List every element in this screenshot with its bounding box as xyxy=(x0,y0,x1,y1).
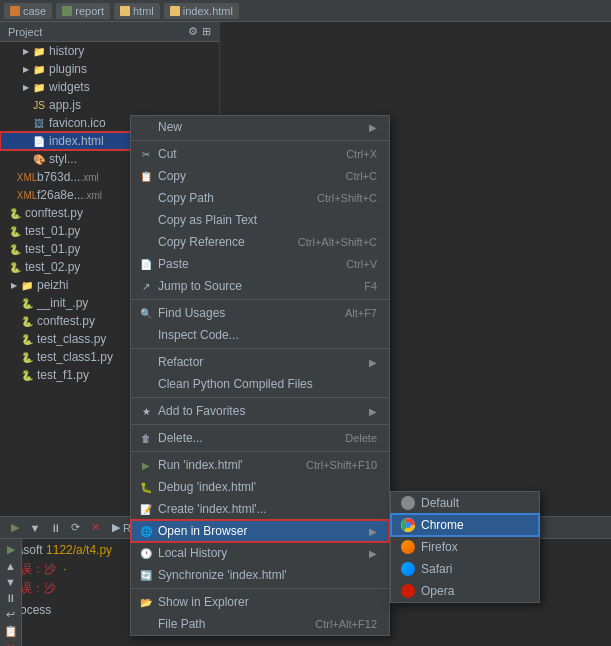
py-icon: 🐍 xyxy=(8,206,22,220)
folder-icon: 📁 xyxy=(32,44,46,58)
menu-label: Open in Browser xyxy=(158,524,247,538)
debug-icon: 🐛 xyxy=(139,480,153,494)
submenu-item-safari[interactable]: Safari xyxy=(391,558,539,580)
tree-label: test_02.py xyxy=(25,260,80,274)
side-stop-btn[interactable]: ✕ xyxy=(2,642,20,646)
py-icon: 🐍 xyxy=(8,260,22,274)
sidebar-item-plugins[interactable]: ▶ 📁 plugins xyxy=(0,60,219,78)
py-icon: 🐍 xyxy=(20,314,34,328)
tree-label: test_01.py xyxy=(25,224,80,238)
tab-case-label: case xyxy=(23,5,46,17)
menu-label: Copy xyxy=(158,169,186,183)
run-btn[interactable]: ▶ xyxy=(6,519,24,537)
settings-icon[interactable]: ⚙ xyxy=(188,25,198,38)
tree-label: app.js xyxy=(49,98,81,112)
sidebar-item-appjs[interactable]: JS app.js xyxy=(0,96,219,114)
py-icon: 🐍 xyxy=(8,224,22,238)
submenu-arrow: ▶ xyxy=(369,122,377,133)
menu-item-run[interactable]: ▶ Run 'index.html' Ctrl+Shift+F10 xyxy=(131,454,389,476)
expand-icon[interactable]: ⊞ xyxy=(202,25,211,38)
menu-label: Refactor xyxy=(158,355,203,369)
run-icon: ▶ xyxy=(112,521,120,534)
menu-item-showexplorer[interactable]: 📂 Show in Explorer xyxy=(131,591,389,613)
menu-item-create[interactable]: 📝 Create 'index.html'... xyxy=(131,498,389,520)
xml-label: .xml xyxy=(80,172,98,183)
reload-btn[interactable]: ⟳ xyxy=(66,519,84,537)
menu-item-debug[interactable]: 🐛 Debug 'index.html' xyxy=(131,476,389,498)
menu-label: Inspect Code... xyxy=(158,328,239,342)
menu-item-cut[interactable]: ✂ Cut Ctrl+X xyxy=(131,143,389,165)
tree-label: styl... xyxy=(49,152,77,166)
tree-label: test_01.py xyxy=(25,242,80,256)
menu-item-refactor[interactable]: Refactor ▶ xyxy=(131,351,389,373)
tree-label: plugins xyxy=(49,62,87,76)
submenu-item-firefox[interactable]: Firefox xyxy=(391,536,539,558)
tab-case[interactable]: case xyxy=(4,3,52,19)
menu-item-filepath[interactable]: File Path Ctrl+Alt+F12 xyxy=(131,613,389,635)
tab-index-html-label: index.html xyxy=(183,5,233,17)
submenu-item-chrome[interactable]: Chrome xyxy=(391,514,539,536)
menu-label: Show in Explorer xyxy=(158,595,249,609)
side-pause-btn[interactable]: ⏸ xyxy=(2,592,20,604)
side-up-btn[interactable]: ▲ xyxy=(2,560,20,572)
browser-submenu: Default Chrome Firefox Safari Opera xyxy=(390,491,540,603)
menu-label: Copy Reference xyxy=(158,235,245,249)
menu-item-copy[interactable]: 📋 Copy Ctrl+C xyxy=(131,165,389,187)
side-run-btn[interactable]: ▶ xyxy=(2,543,20,556)
menu-label: Jump to Source xyxy=(158,279,242,293)
tree-label: test_class1.py xyxy=(37,350,113,364)
submenu-label: Opera xyxy=(421,584,454,598)
copyref-icon xyxy=(139,235,153,249)
tab-report[interactable]: report xyxy=(56,3,110,19)
menu-item-cleanpy[interactable]: Clean Python Compiled Files xyxy=(131,373,389,395)
menu-item-sync[interactable]: 🔄 Synchronize 'index.html' xyxy=(131,564,389,586)
shortcut-label: Delete xyxy=(345,432,377,444)
delete-icon: 🗑 xyxy=(139,431,153,445)
separator xyxy=(131,424,389,425)
menu-item-paste[interactable]: 📄 Paste Ctrl+V xyxy=(131,253,389,275)
separator xyxy=(131,299,389,300)
submenu-item-default[interactable]: Default xyxy=(391,492,539,514)
stop-btn[interactable]: ✕ xyxy=(86,519,104,537)
menu-item-new[interactable]: New ▶ xyxy=(131,116,389,138)
menu-item-browser[interactable]: 🌐 Open in Browser ▶ xyxy=(131,520,389,542)
menu-item-copyref[interactable]: Copy Reference Ctrl+Alt+Shift+C xyxy=(131,231,389,253)
menu-label: New xyxy=(158,120,182,134)
tab-report-label: report xyxy=(75,5,104,17)
menu-item-inspect[interactable]: Inspect Code... xyxy=(131,324,389,346)
paste-icon: 📄 xyxy=(139,257,153,271)
menu-item-copyplain[interactable]: Copy as Plain Text xyxy=(131,209,389,231)
case-tab-icon xyxy=(10,6,20,16)
menu-item-favorites[interactable]: ★ Add to Favorites ▶ xyxy=(131,400,389,422)
submenu-label: Chrome xyxy=(421,518,464,532)
tree-label: __init_.py xyxy=(37,296,88,310)
sidebar-item-history[interactable]: ▶ 📁 history xyxy=(0,42,219,60)
tree-label: test_class.py xyxy=(37,332,106,346)
menu-item-localhistory[interactable]: 🕐 Local History ▶ xyxy=(131,542,389,564)
menu-label: Copy Path xyxy=(158,191,214,205)
menu-item-delete[interactable]: 🗑 Delete... Delete xyxy=(131,427,389,449)
arrow-icon: ▶ xyxy=(20,45,32,57)
tab-index-html[interactable]: index.html xyxy=(164,3,239,19)
down-btn[interactable]: ▼ xyxy=(26,519,44,537)
submenu-arrow: ▶ xyxy=(369,357,377,368)
arrow-icon: ▶ xyxy=(20,63,32,75)
side-down-btn[interactable]: ▼ xyxy=(2,576,20,588)
side-copy-btn[interactable]: 📋 xyxy=(2,625,20,638)
pause-btn[interactable]: ⏸ xyxy=(46,519,64,537)
menu-item-findusages[interactable]: 🔍 Find Usages Alt+F7 xyxy=(131,302,389,324)
menu-item-copypath[interactable]: Copy Path Ctrl+Shift+C xyxy=(131,187,389,209)
menu-label: Clean Python Compiled Files xyxy=(158,377,313,391)
error-dot: · xyxy=(63,562,66,576)
sidebar-item-widgets[interactable]: ▶ 📁 widgets xyxy=(0,78,219,96)
clean-icon xyxy=(139,377,153,391)
tab-bar: case report html index.html xyxy=(4,3,239,19)
submenu-item-opera[interactable]: Opera xyxy=(391,580,539,602)
tab-html[interactable]: html xyxy=(114,3,160,19)
folder-icon: 📁 xyxy=(32,62,46,76)
menu-item-jumpsrc[interactable]: ↗ Jump to Source F4 xyxy=(131,275,389,297)
explorer-icon: 📂 xyxy=(139,595,153,609)
firefox-browser-icon xyxy=(401,540,415,554)
py-icon: 🐍 xyxy=(20,296,34,310)
side-wrap-btn[interactable]: ↩ xyxy=(2,608,20,621)
